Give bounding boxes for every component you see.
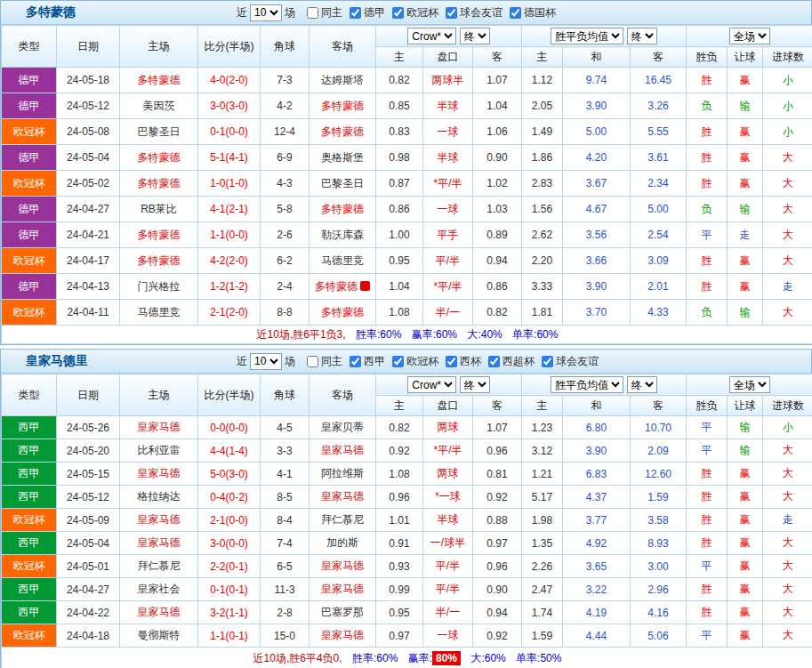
recent-games-select[interactable]: 10 [250, 4, 282, 21]
match-score[interactable]: 5-1(4-1) [198, 145, 261, 171]
home-team[interactable]: 门兴格拉 [120, 274, 198, 300]
odds-final-select[interactable]: 终 [460, 28, 490, 44]
match-score[interactable]: 1-1(0-0) [198, 222, 261, 248]
europe-odds-select[interactable]: 胜平负均值 [551, 376, 623, 393]
match-score[interactable]: 1-2(1-2) [198, 274, 261, 300]
away-team[interactable]: 皇家马德 [310, 624, 376, 648]
away-team[interactable]: 多特蒙德 [310, 119, 376, 145]
filter-checkbox[interactable] [350, 356, 361, 367]
home-team[interactable]: 皇家社会 [120, 578, 198, 601]
match-score[interactable]: 0-1(0-0) [198, 119, 261, 145]
filter-checkbox[interactable] [446, 7, 457, 19]
match-score[interactable]: 5-0(3-0) [198, 463, 261, 486]
live-icon[interactable] [360, 281, 370, 291]
filter-checkbox[interactable] [392, 356, 404, 367]
match-score[interactable]: 4-2(2-0) [198, 248, 261, 274]
home-team[interactable]: 皇家马德 [120, 601, 198, 624]
filter-option[interactable]: 球会友谊 [542, 354, 599, 369]
away-team[interactable]: 皇家马德 [310, 578, 376, 601]
match-score[interactable]: 2-2(0-1) [198, 555, 261, 578]
odds-company-select[interactable]: Crow* [407, 28, 456, 44]
europe-final-select[interactable]: 终 [627, 28, 657, 44]
filter-checkbox[interactable] [510, 7, 521, 19]
asian-handicap: *一球 [423, 486, 473, 509]
home-team[interactable]: RB莱比 [120, 197, 198, 222]
away-team[interactable]: 皇家贝蒂 [310, 416, 376, 439]
filter-option[interactable]: 德甲 [350, 5, 385, 20]
match-date: 24-05-12 [57, 486, 120, 509]
match-score[interactable]: 1-1(0-1) [198, 624, 261, 648]
away-team[interactable]: 多特蒙德 [310, 93, 376, 119]
result-group: 全场 [687, 374, 812, 396]
match-score[interactable]: 2-1(0-0) [198, 509, 261, 532]
home-team[interactable]: 曼彻斯特 [120, 624, 198, 648]
away-team[interactable]: 达姆斯塔 [310, 68, 376, 93]
away-team[interactable]: 多特蒙德 [310, 274, 376, 300]
filter-option[interactable]: 西超杯 [488, 354, 535, 369]
away-team[interactable]: 多特蒙德 [310, 300, 376, 326]
home-team[interactable]: 比利亚雷 [120, 439, 198, 463]
match-score[interactable]: 2-1(2-0) [198, 300, 261, 326]
filter-option[interactable]: 德国杯 [510, 5, 556, 20]
home-team[interactable]: 马德里竞 [120, 300, 198, 326]
odds-final-select[interactable]: 终 [460, 376, 490, 393]
home-team[interactable]: 多特蒙德 [120, 171, 198, 197]
period-select[interactable]: 全场 [729, 376, 770, 393]
europe-odds-select[interactable]: 胜平负均值 [551, 28, 623, 44]
match-score[interactable]: 1-0(1-0) [198, 171, 261, 197]
filter-option[interactable]: 欧冠杯 [392, 5, 438, 20]
away-team[interactable]: 勒沃库森 [310, 222, 376, 248]
away-team[interactable]: 皇家马德 [310, 486, 376, 509]
home-team[interactable]: 皇家马德 [120, 416, 198, 439]
home-team[interactable]: 多特蒙德 [120, 248, 198, 274]
match-score[interactable]: 0-0(0-0) [198, 416, 261, 439]
match-score[interactable]: 4-1(2-1) [198, 197, 261, 222]
home-team[interactable]: 多特蒙德 [120, 68, 198, 93]
away-team[interactable]: 拜仁慕尼 [310, 509, 376, 532]
home-team[interactable]: 巴黎圣日 [120, 119, 198, 145]
filter-option[interactable]: 球会友谊 [446, 5, 502, 20]
filter-option[interactable]: 同主 [307, 5, 342, 20]
home-team[interactable]: 皇家马德 [120, 532, 198, 555]
match-score[interactable]: 3-0(3-0) [198, 93, 261, 119]
home-team[interactable]: 皇家马德 [120, 463, 198, 486]
away-team[interactable]: 巴塞罗那 [310, 601, 376, 624]
away-team[interactable]: 皇家马德 [310, 555, 376, 578]
away-team[interactable]: 马德里竞 [310, 248, 376, 274]
home-team[interactable]: 格拉纳达 [120, 486, 198, 509]
filter-checkbox[interactable] [307, 7, 318, 19]
match-row: 欧冠杯24-05-08巴黎圣日0-1(0-0)12-4多特蒙德0.83一球1.0… [2, 119, 812, 145]
europe-final-select[interactable]: 终 [627, 376, 657, 393]
filter-option[interactable]: 西杯 [446, 354, 481, 369]
home-team[interactable]: 拜仁慕尼 [120, 555, 198, 578]
away-team[interactable]: 巴黎圣日 [310, 171, 376, 197]
match-score[interactable]: 3-0(0-0) [198, 532, 261, 555]
filter-option[interactable]: 西甲 [350, 354, 385, 369]
match-score[interactable]: 0-4(0-2) [198, 486, 261, 509]
period-select[interactable]: 全场 [729, 28, 770, 44]
filter-checkbox[interactable] [542, 356, 553, 367]
match-score[interactable]: 0-1(0-1) [198, 578, 261, 601]
away-team[interactable]: 奥格斯堡 [310, 145, 376, 171]
match-score[interactable]: 4-0(2-0) [198, 68, 261, 93]
away-team[interactable]: 阿拉维斯 [310, 463, 376, 486]
home-team[interactable]: 美因茨 [120, 93, 198, 119]
match-score[interactable]: 4-4(1-4) [198, 439, 261, 463]
filter-checkbox[interactable] [392, 7, 404, 19]
filter-checkbox[interactable] [488, 356, 500, 367]
home-team[interactable]: 多特蒙德 [120, 222, 198, 248]
filter-checkbox[interactable] [446, 356, 457, 367]
asian-home-odds: 1.08 [376, 463, 423, 486]
recent-games-select[interactable]: 10 [250, 353, 282, 370]
home-team[interactable]: 多特蒙德 [120, 145, 198, 171]
filter-option[interactable]: 同主 [307, 354, 342, 369]
away-team[interactable]: 加的斯 [310, 532, 376, 555]
filter-option[interactable]: 欧冠杯 [392, 354, 438, 369]
away-team[interactable]: 多特蒙德 [310, 197, 376, 222]
home-team[interactable]: 皇家马德 [120, 509, 198, 532]
away-team[interactable]: 皇家马德 [310, 439, 376, 463]
filter-checkbox[interactable] [307, 356, 318, 367]
odds-company-select[interactable]: Crow* [407, 376, 456, 393]
match-score[interactable]: 3-2(1-1) [198, 601, 261, 624]
filter-checkbox[interactable] [350, 7, 361, 19]
